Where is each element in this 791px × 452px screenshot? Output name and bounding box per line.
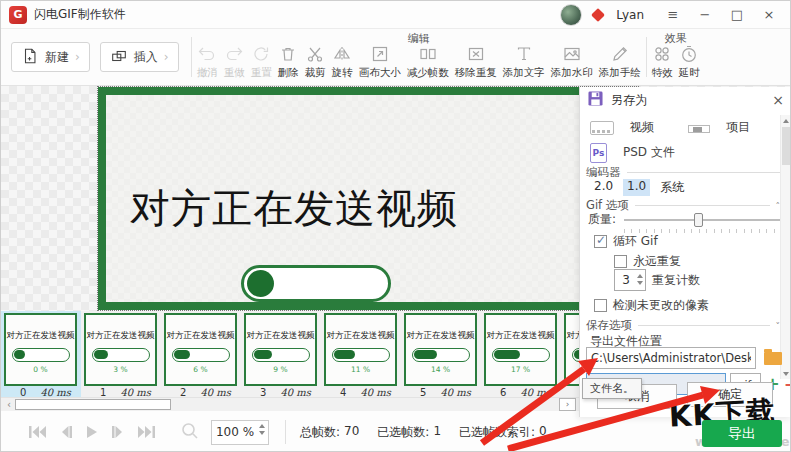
add-watermark-button[interactable]: 添加水印 (548, 43, 596, 80)
scroll-right-icon[interactable]: › (559, 398, 576, 411)
project-icon (688, 122, 710, 134)
collapse-icon[interactable]: ˄ (776, 201, 781, 211)
edit-group-label: 编辑 (194, 31, 644, 46)
scroll-up-icon[interactable] (781, 115, 791, 126)
zoom-level-spinner[interactable]: 100 % (211, 420, 269, 445)
total-frames-stat: 总帧数:70 (300, 424, 359, 441)
remove-duplicate-button[interactable]: 移除重复 (452, 43, 500, 80)
play-icon[interactable] (86, 425, 98, 439)
scrollbar-thumb[interactable] (782, 127, 790, 165)
add-drawing-button[interactable]: 添加手绘 (596, 43, 644, 80)
selected-index-value: 0 (539, 424, 547, 441)
chevron-down-icon: › (164, 50, 169, 64)
canvas-size-icon (370, 43, 390, 65)
repeat-forever-checkbox-row[interactable]: 永远重复 (614, 253, 681, 270)
floppy-save-icon (588, 91, 603, 109)
first-frame-icon[interactable] (29, 425, 46, 439)
repeat-count-row: 3 重复计数 (614, 269, 700, 291)
timeline-frame[interactable]: 对方正在发送视频9 % 340 ms (241, 311, 321, 399)
panel-scrollbar[interactable] (780, 115, 791, 379)
redo-button[interactable]: 重做 (221, 43, 248, 80)
user-avatar[interactable] (560, 4, 582, 26)
expand-icon[interactable]: ˅ (776, 321, 781, 331)
timeline-frame[interactable]: 对方正在发送视频6 % 240 ms (161, 311, 241, 399)
reset-button[interactable]: 重置 (248, 43, 275, 80)
menu-icon[interactable]: ≡ (662, 7, 684, 22)
scroll-left-icon[interactable]: ‹ (3, 399, 15, 411)
trash-icon (278, 43, 298, 65)
remove-extension-button[interactable]: − (784, 376, 791, 393)
add-text-button[interactable]: 添加文字 (500, 43, 548, 80)
selected-frames-stat: 已选帧数:1 (377, 424, 441, 441)
export-path-input[interactable] (586, 347, 756, 369)
selected-frames-value: 1 (433, 424, 441, 441)
undo-button[interactable]: 撤消 (194, 43, 221, 80)
timeline-frame-partial[interactable]: 对方正在发送视频 (561, 311, 579, 399)
timeline-scrollbar[interactable]: ‹ › (1, 397, 579, 411)
panel-close-icon[interactable]: × (772, 92, 784, 108)
chevron-down-icon: › (75, 50, 80, 64)
scrollbar-thumb[interactable] (15, 399, 171, 410)
detect-pixels-checkbox[interactable] (594, 299, 607, 312)
username[interactable]: Lyan (616, 8, 644, 22)
timeline-frame[interactable]: 对方正在发送视频17 % 640 ms (481, 311, 561, 399)
timeline-frame[interactable]: 对方正在发送视频3 % 140 ms (81, 311, 161, 399)
slider-thumb[interactable] (694, 213, 703, 227)
folder-icon[interactable] (764, 352, 782, 365)
encoder-option-20[interactable]: 2.0 (594, 179, 613, 196)
film-icon (590, 121, 614, 135)
detect-pixels-checkbox-row[interactable]: 检测未更改的像素 (594, 297, 709, 314)
type-video[interactable]: 视频 (584, 119, 682, 136)
toolbar-divider (646, 37, 647, 77)
repeat-forever-checkbox[interactable] (614, 255, 627, 268)
remove-duplicate-icon (466, 43, 486, 65)
maximize-button[interactable]: □ (726, 7, 748, 22)
type-psd[interactable]: Ps PSD 文件 (584, 143, 682, 163)
canvas-size-button[interactable]: 画布大小 (356, 43, 404, 80)
undo-icon (197, 43, 217, 65)
timeline-frame[interactable]: 对方正在发送视频14 % 540 ms (401, 311, 481, 399)
insert-button[interactable]: 插入 › (100, 42, 179, 72)
timeline-frame[interactable]: 对方正在发送视频0 % 040 ms (1, 311, 81, 399)
selected-index-stat: 已选帧数索引:0 (459, 424, 547, 441)
panel-title: 另存为 (611, 92, 647, 109)
statusbar-divider (285, 420, 286, 444)
timeline-frame[interactable]: 对方正在发送视频11 % 440 ms (321, 311, 401, 399)
minimize-button[interactable]: − (694, 7, 716, 22)
prev-frame-icon[interactable] (59, 425, 73, 439)
loop-gif-checkbox-row[interactable]: 循环 Gif (594, 233, 658, 250)
encoder-option-system[interactable]: 系统 (660, 179, 684, 196)
edit-group: 编辑 撤消 重做 重置 删除 (194, 29, 644, 85)
type-project[interactable]: 项目 (682, 119, 780, 136)
new-button-label: 新建 (45, 49, 69, 66)
last-frame-icon[interactable] (138, 425, 155, 439)
reduce-frames-icon (418, 43, 438, 65)
insert-icon (110, 47, 128, 68)
quality-slider[interactable] (624, 213, 784, 233)
delete-button[interactable]: 删除 (275, 43, 302, 80)
app-logo-icon: G (9, 6, 27, 24)
new-button[interactable]: 新建 › (11, 42, 90, 72)
frame-timeline: 对方正在发送视频0 % 040 ms 对方正在发送视频3 % 140 ms 对方… (1, 311, 579, 411)
reduce-frames-button[interactable]: 减少帧数 (404, 43, 452, 80)
rotate-button[interactable]: 旋转 (329, 43, 356, 80)
delay-button[interactable]: 延时 (676, 43, 703, 80)
spinner-up-icon (637, 274, 643, 278)
close-button[interactable]: × (758, 7, 780, 22)
spinner-up-icon (259, 424, 265, 428)
crop-button[interactable]: 裁剪 (302, 43, 329, 80)
next-frame-icon[interactable] (111, 425, 125, 439)
effects-button[interactable]: 特效 (649, 43, 676, 80)
repeat-count-spinner[interactable]: 3 (614, 269, 646, 291)
preview-text: 对方正在发送视频 (130, 181, 458, 236)
vip-gem-icon[interactable] (591, 8, 605, 22)
quality-row: 质量: (588, 211, 784, 233)
effects-icon (652, 43, 672, 65)
scissors-icon (305, 43, 325, 65)
export-button[interactable]: 导出 (702, 420, 782, 447)
total-frames-value: 70 (344, 424, 359, 441)
gif-preview: 对方正在发送视频 (98, 87, 638, 310)
loop-gif-checkbox[interactable] (594, 235, 607, 248)
encoder-option-10[interactable]: 1.0 (623, 179, 650, 196)
pencil-icon (610, 43, 630, 65)
